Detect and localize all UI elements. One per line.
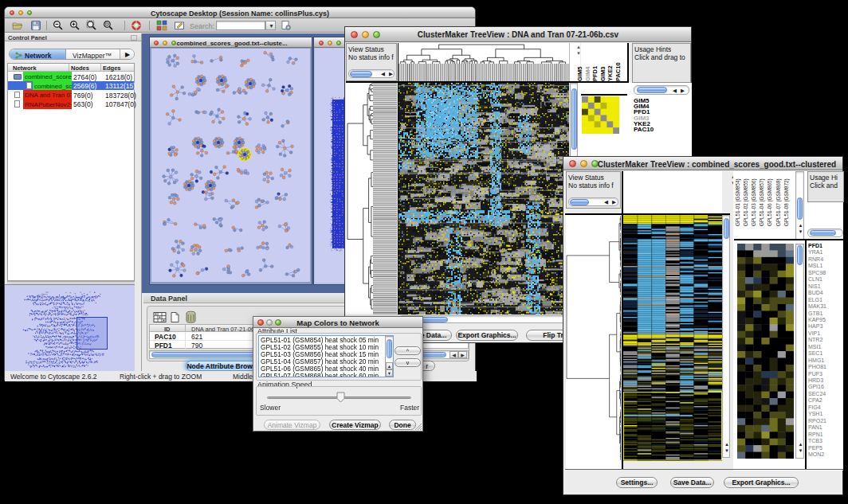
view-status-scrollbar[interactable]: ◀ ▶ bbox=[348, 69, 395, 78]
minimize-button[interactable] bbox=[328, 41, 332, 45]
network-table-row[interactable]: RNAPuberNov2+!563(0)107847(0) bbox=[8, 100, 134, 109]
destroy-network-icon[interactable] bbox=[131, 20, 142, 31]
scroll-down-button[interactable]: ▼ bbox=[799, 229, 803, 234]
usage-hints-scrollbar[interactable] bbox=[807, 229, 843, 237]
zoom-button[interactable] bbox=[336, 41, 341, 45]
search-dropdown-button[interactable]: ▼ bbox=[265, 21, 276, 30]
tab-vizmapper[interactable]: VizMapper™ bbox=[66, 49, 120, 59]
annotation-icon[interactable] bbox=[174, 20, 185, 31]
search-config-icon[interactable] bbox=[281, 20, 292, 31]
scroll-up-button[interactable]: ▲ bbox=[799, 223, 803, 228]
gene-label: TCB3 bbox=[808, 438, 822, 443]
scroll-left-button[interactable]: ◀ bbox=[671, 88, 678, 94]
column-header-network[interactable]: Network bbox=[13, 64, 37, 72]
scrollbar-thumb[interactable] bbox=[724, 218, 729, 239]
attribute-list-item[interactable]: GPL51-07 (GSM868) heat shock 60 min bbox=[261, 373, 380, 377]
zoom-out-icon[interactable] bbox=[53, 20, 64, 31]
scrollbar-thumb[interactable] bbox=[797, 197, 803, 220]
treeview2-zoom-vscrollbar[interactable]: ▲ ▼ bbox=[795, 244, 804, 459]
network-table-row[interactable]: DNA and Tran 07769(0)183728(0) bbox=[8, 90, 134, 100]
animate-vizmap-button[interactable]: Animate Vizmap bbox=[264, 420, 320, 430]
network-overview-canvas[interactable] bbox=[5, 284, 135, 373]
tab-overflow-button[interactable]: ▶ bbox=[120, 49, 135, 59]
treeview2-heatmap[interactable] bbox=[623, 215, 722, 461]
close-button[interactable] bbox=[154, 41, 159, 45]
create-vizmap-button[interactable]: Create Vizmap bbox=[329, 420, 381, 430]
dialog-title-bar[interactable]: Map Colors to Network bbox=[253, 317, 422, 328]
delete-attribute-icon[interactable] bbox=[185, 311, 197, 323]
export-graphics-button[interactable]: Export Graphics... bbox=[456, 330, 518, 341]
zoom-gene-label: PAC10 bbox=[634, 126, 654, 133]
done-button[interactable]: Done bbox=[389, 420, 416, 430]
close-button[interactable] bbox=[569, 160, 576, 167]
close-button[interactable] bbox=[319, 41, 324, 45]
move-down-button[interactable]: v bbox=[395, 358, 421, 367]
treeview2-zoom-heatmap[interactable] bbox=[737, 244, 794, 459]
column-header-nodes[interactable]: Nodes bbox=[71, 64, 89, 72]
open-session-icon[interactable] bbox=[12, 20, 23, 31]
scrollbar-thumb[interactable] bbox=[570, 199, 589, 205]
resize-grip-icon[interactable] bbox=[415, 424, 422, 431]
scroll-left-button[interactable]: ◀ bbox=[450, 351, 458, 358]
treeview2-title-bar[interactable]: ClusterMaker TreeView : combined_scores_… bbox=[563, 157, 842, 170]
node-attribute-browser-tab[interactable]: Node Attribute Brows bbox=[186, 361, 257, 371]
scrollbar-thumb[interactable] bbox=[350, 71, 372, 77]
treeview2-vscrollbar[interactable]: ▲ ▼ bbox=[722, 215, 730, 458]
network-frame-1-title-bar[interactable]: combined_scores_good.txt--cluste... bbox=[150, 37, 312, 48]
scroll-right-button[interactable]: ▶ bbox=[387, 72, 395, 77]
scroll-left-button[interactable]: ◀ bbox=[379, 72, 387, 77]
scroll-up-button[interactable]: ▲ bbox=[386, 362, 393, 369]
gene-label: GTB1 bbox=[808, 311, 822, 316]
zoom-in-icon[interactable] bbox=[69, 20, 80, 31]
treeview1-column-dendrogram[interactable] bbox=[398, 43, 569, 81]
attribute-list-vscrollbar[interactable]: ▲ ▼ bbox=[385, 336, 394, 377]
treeview1-global-overview-heatmap[interactable] bbox=[582, 96, 619, 134]
treeview2-label-vscrollbar[interactable]: ▲ ▼ bbox=[795, 171, 804, 240]
scroll-right-button[interactable]: ▶ bbox=[679, 88, 686, 94]
zoom-selected-icon[interactable] bbox=[86, 20, 97, 31]
treeview2-row-dendrogram[interactable] bbox=[566, 215, 621, 469]
network-table-row[interactable]: combined_scores_2764(0)16218(0) bbox=[8, 72, 134, 81]
scroll-down-button[interactable]: ▼ bbox=[386, 369, 393, 377]
view-status-scrollbar[interactable]: ◀ ▶ bbox=[568, 197, 618, 206]
scrollbar-thumb[interactable] bbox=[810, 230, 836, 236]
save-data-button[interactable]: Save Data... bbox=[670, 477, 714, 488]
treeview1-row-dendrogram[interactable] bbox=[346, 83, 397, 315]
scrollbar-thumb[interactable] bbox=[797, 245, 803, 265]
new-attribute-icon[interactable] bbox=[169, 311, 181, 323]
scrollbar-thumb[interactable] bbox=[387, 339, 392, 358]
animation-slider-thumb[interactable] bbox=[336, 392, 345, 403]
export-graphics-button[interactable]: Export Graphics... bbox=[724, 477, 799, 488]
scroll-up-button[interactable]: ▲ bbox=[724, 442, 729, 447]
network-table-row[interactable]: combined_sco2569(6)13112(15) bbox=[8, 81, 134, 91]
zoom-fit-icon[interactable] bbox=[103, 20, 114, 31]
search-input[interactable] bbox=[216, 21, 265, 30]
gene-label: GPI16 bbox=[808, 384, 824, 389]
column-header-edges[interactable]: Edges bbox=[103, 64, 121, 72]
scrollbar-thumb[interactable] bbox=[637, 87, 667, 93]
attribute-select-icon[interactable] bbox=[153, 311, 167, 323]
scroll-right-button[interactable]: ▶ bbox=[610, 200, 618, 205]
scroll-down-button[interactable]: ▼ bbox=[799, 448, 803, 453]
float-panel-icon[interactable] bbox=[131, 35, 137, 41]
tab-network[interactable]: Network bbox=[10, 49, 66, 59]
network-row-list: combined_scores_2764(0)16218(0)combined_… bbox=[8, 72, 134, 282]
minimize-button[interactable] bbox=[580, 160, 587, 167]
settings-button[interactable]: Settings... bbox=[616, 477, 658, 488]
save-session-icon[interactable] bbox=[30, 20, 41, 31]
usage-hints-scrollbar[interactable]: ◀ ▶ bbox=[634, 85, 689, 95]
network-frame-1[interactable]: combined_scores_good.txt--cluste... bbox=[149, 37, 312, 285]
main-title-bar[interactable]: Cytoscape Desktop (Session Name: collins… bbox=[5, 7, 475, 18]
network-view-1-canvas[interactable] bbox=[151, 49, 310, 282]
scroll-right-button[interactable]: ▶ bbox=[458, 351, 467, 358]
scroll-down-button[interactable]: ▼ bbox=[724, 448, 729, 453]
treeview1-hscrollbar[interactable] bbox=[398, 315, 569, 323]
attribute-listbox[interactable]: GPL51-01 (GSM854) heat shock 05 minGPL51… bbox=[258, 335, 394, 377]
vizmapper-icon[interactable] bbox=[156, 20, 167, 31]
move-up-button[interactable]: ^ bbox=[395, 346, 421, 355]
treeview1-heatmap[interactable] bbox=[398, 83, 569, 315]
treeview1-title-bar[interactable]: ClusterMaker TreeView : DNA and Tran 07-… bbox=[345, 27, 691, 42]
scrollbar-thumb[interactable] bbox=[571, 88, 577, 150]
scroll-up-button[interactable]: ▲ bbox=[799, 442, 803, 447]
scroll-left-button[interactable]: ◀ bbox=[603, 200, 610, 205]
